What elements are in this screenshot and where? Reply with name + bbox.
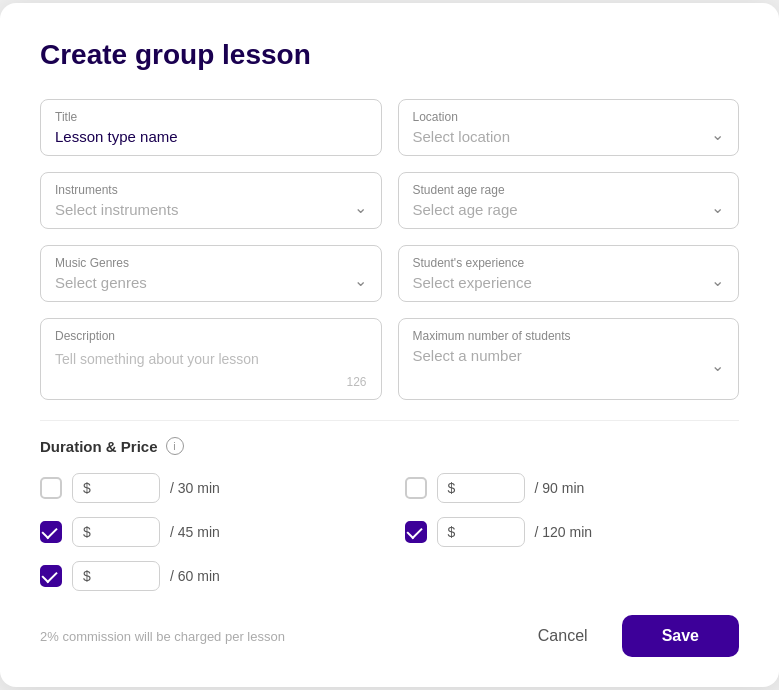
- checkbox-120min[interactable]: [405, 521, 427, 543]
- duration-price-grid: $ / 30 min $ / 90 min $ / 45 min: [40, 473, 739, 591]
- location-label: Location: [413, 110, 725, 124]
- checkbox-90min[interactable]: [405, 477, 427, 499]
- description-placeholder: Tell something about your lesson: [55, 351, 367, 367]
- min-label-45: / 45 min: [170, 524, 220, 540]
- checkbox-30min[interactable]: [40, 477, 62, 499]
- checkbox-60min[interactable]: [40, 565, 62, 587]
- title-value: Lesson type name: [55, 128, 367, 145]
- price-input-wrap-30: $: [72, 473, 160, 503]
- divider: [40, 420, 739, 421]
- description-label: Description: [55, 329, 367, 343]
- checkbox-45min[interactable]: [40, 521, 62, 543]
- title-field[interactable]: Title Lesson type name: [40, 99, 382, 156]
- genres-chevron-icon: ⌄: [354, 270, 367, 289]
- max-students-label: Maximum number of students: [413, 329, 725, 343]
- footer: 2% commission will be charged per lesson…: [40, 615, 739, 657]
- duration-title: Duration & Price: [40, 438, 158, 455]
- title-label: Title: [55, 110, 367, 124]
- max-students-chevron-icon: ⌄: [711, 356, 724, 375]
- description-field[interactable]: Description Tell something about your le…: [40, 318, 382, 400]
- min-label-60: / 60 min: [170, 568, 220, 584]
- min-label-30: / 30 min: [170, 480, 220, 496]
- location-chevron-icon: ⌄: [711, 124, 724, 143]
- dollar-sign-45: $: [83, 524, 91, 540]
- duration-row-60: $ / 60 min: [40, 561, 375, 591]
- duration-row-30: $ / 30 min: [40, 473, 375, 503]
- dollar-sign-30: $: [83, 480, 91, 496]
- commission-text: 2% commission will be charged per lesson: [40, 629, 285, 644]
- genres-label: Music Genres: [55, 256, 367, 270]
- instruments-field[interactable]: Instruments Select instruments ⌄: [40, 172, 382, 229]
- location-placeholder: Select location: [413, 128, 725, 145]
- price-input-wrap-45: $: [72, 517, 160, 547]
- cancel-button[interactable]: Cancel: [520, 617, 606, 655]
- modal-title: Create group lesson: [40, 39, 739, 71]
- create-group-lesson-modal: Create group lesson Title Lesson type na…: [0, 3, 779, 687]
- duration-row-45: $ / 45 min: [40, 517, 375, 547]
- dollar-sign-90: $: [448, 480, 456, 496]
- instruments-placeholder: Select instruments: [55, 201, 367, 218]
- description-char-count: 126: [55, 375, 367, 389]
- experience-chevron-icon: ⌄: [711, 270, 724, 289]
- max-students-field[interactable]: Maximum number of students Select a numb…: [398, 318, 740, 400]
- experience-placeholder: Select experience: [413, 274, 725, 291]
- experience-field[interactable]: Student's experience Select experience ⌄: [398, 245, 740, 302]
- age-chevron-icon: ⌄: [711, 197, 724, 216]
- price-input-wrap-60: $: [72, 561, 160, 591]
- age-label: Student age rage: [413, 183, 725, 197]
- age-field[interactable]: Student age rage Select age rage ⌄: [398, 172, 740, 229]
- duration-header: Duration & Price i: [40, 437, 739, 455]
- price-input-60[interactable]: [95, 568, 150, 584]
- footer-buttons: Cancel Save: [520, 615, 739, 657]
- price-input-90[interactable]: [459, 480, 514, 496]
- price-input-45[interactable]: [95, 524, 150, 540]
- genres-placeholder: Select genres: [55, 274, 367, 291]
- min-label-120: / 120 min: [535, 524, 593, 540]
- price-input-wrap-120: $: [437, 517, 525, 547]
- duration-row-90: $ / 90 min: [405, 473, 740, 503]
- info-icon[interactable]: i: [166, 437, 184, 455]
- max-students-placeholder: Select a number: [413, 347, 725, 364]
- duration-row-120: $ / 120 min: [405, 517, 740, 547]
- price-input-120[interactable]: [459, 524, 514, 540]
- dollar-sign-60: $: [83, 568, 91, 584]
- location-field[interactable]: Location Select location ⌄: [398, 99, 740, 156]
- experience-label: Student's experience: [413, 256, 725, 270]
- genres-field[interactable]: Music Genres Select genres ⌄: [40, 245, 382, 302]
- dollar-sign-120: $: [448, 524, 456, 540]
- min-label-90: / 90 min: [535, 480, 585, 496]
- instruments-label: Instruments: [55, 183, 367, 197]
- save-button[interactable]: Save: [622, 615, 739, 657]
- age-placeholder: Select age rage: [413, 201, 725, 218]
- price-input-30[interactable]: [95, 480, 150, 496]
- instruments-chevron-icon: ⌄: [354, 197, 367, 216]
- price-input-wrap-90: $: [437, 473, 525, 503]
